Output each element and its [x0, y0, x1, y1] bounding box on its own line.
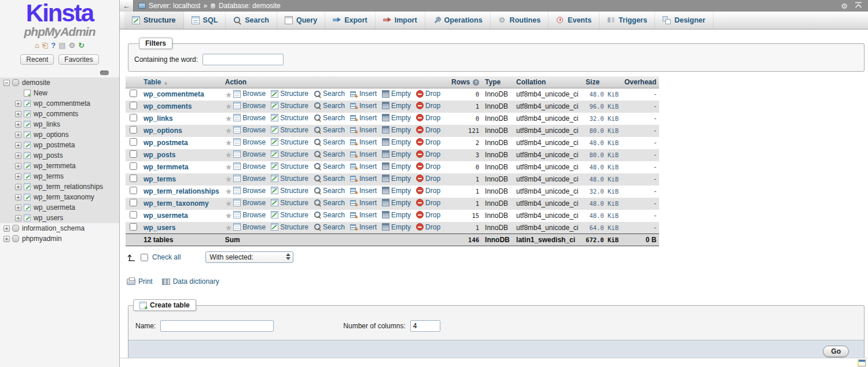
structure-link[interactable]: Structure — [271, 150, 308, 158]
table-name-link[interactable]: wp_links — [144, 114, 173, 123]
search-link[interactable]: Search — [314, 114, 345, 122]
search-link[interactable]: Search — [314, 199, 345, 207]
drop-link[interactable]: Drop — [416, 150, 440, 158]
tree-item-wp_posts[interactable]: +wp_posts — [0, 150, 119, 161]
search-link[interactable]: Search — [314, 223, 345, 231]
insert-link[interactable]: Insert — [350, 102, 377, 110]
insert-link[interactable]: Insert — [350, 187, 377, 195]
row-checkbox[interactable] — [130, 187, 137, 194]
search-link[interactable]: Search — [314, 126, 345, 134]
tab-import[interactable]: Import — [376, 12, 425, 29]
tab-structure[interactable]: Structure — [124, 12, 184, 29]
search-link[interactable]: Search — [314, 187, 345, 195]
tab-query[interactable]: Query — [277, 12, 325, 29]
drop-link[interactable]: Drop — [416, 187, 440, 195]
favorite-star-icon[interactable]: ★ — [225, 90, 233, 99]
search-link[interactable]: Search — [314, 211, 345, 219]
row-checkbox[interactable] — [130, 126, 137, 134]
collapse-icon[interactable]: − — [3, 80, 10, 86]
tab-operations[interactable]: Operations — [425, 12, 491, 29]
favorite-star-icon[interactable]: ★ — [225, 211, 233, 220]
structure-link[interactable]: Structure — [271, 211, 308, 219]
table-name-link[interactable]: wp_comments — [144, 102, 192, 110]
tree-item-wp_usermeta[interactable]: +wp_usermeta — [0, 202, 119, 213]
expand-icon[interactable]: + — [15, 215, 21, 221]
tree-item-wp_terms[interactable]: +wp_terms — [0, 171, 119, 181]
row-checkbox[interactable] — [130, 199, 137, 206]
drop-link[interactable]: Drop — [416, 138, 440, 146]
empty-link[interactable]: Empty — [382, 90, 411, 98]
table-name-link[interactable]: wp_posts — [144, 151, 175, 159]
favorite-star-icon[interactable]: ★ — [225, 175, 233, 184]
table-name-input[interactable] — [160, 320, 274, 332]
insert-link[interactable]: Insert — [350, 114, 377, 122]
tree-item-phpmyadmin[interactable]: +phpmyadmin — [0, 233, 119, 244]
row-checkbox[interactable] — [130, 150, 137, 158]
table-name-link[interactable]: wp_term_relationships — [144, 187, 219, 195]
help-icon[interactable]: ? — [51, 42, 56, 49]
table-name-link[interactable]: wp_options — [144, 127, 182, 135]
browse-link[interactable]: Browse — [233, 138, 266, 146]
browse-link[interactable]: Browse — [233, 211, 266, 219]
empty-link[interactable]: Empty — [382, 150, 411, 158]
check-all-label[interactable]: Check all — [152, 253, 181, 261]
row-checkbox[interactable] — [130, 223, 137, 231]
row-checkbox[interactable] — [130, 175, 137, 182]
containing-word-input[interactable] — [203, 54, 284, 65]
drop-link[interactable]: Drop — [416, 114, 440, 122]
empty-link[interactable]: Empty — [382, 102, 411, 110]
search-link[interactable]: Search — [314, 138, 345, 146]
tree-item-wp_term_relationships[interactable]: +wp_term_relationships — [0, 181, 119, 192]
row-checkbox[interactable] — [130, 90, 137, 97]
expand-icon[interactable]: + — [15, 205, 21, 211]
browse-link[interactable]: Browse — [233, 199, 266, 207]
table-name-link[interactable]: wp_commentmeta — [144, 90, 204, 98]
expand-icon[interactable]: + — [3, 236, 10, 242]
favorite-star-icon[interactable]: ★ — [225, 138, 233, 147]
insert-link[interactable]: Insert — [350, 126, 377, 134]
search-link[interactable]: Search — [314, 90, 345, 98]
empty-link[interactable]: Empty — [382, 211, 411, 219]
table-name-link[interactable]: wp_term_taxonomy — [144, 199, 209, 207]
print-link[interactable]: Print — [127, 277, 153, 286]
expand-icon[interactable]: + — [3, 225, 10, 232]
favorite-star-icon[interactable]: ★ — [225, 199, 233, 208]
insert-link[interactable]: Insert — [350, 90, 377, 98]
expand-icon[interactable]: + — [15, 184, 21, 190]
row-checkbox[interactable] — [130, 162, 137, 170]
panel-collapse-handle[interactable] — [100, 71, 109, 75]
favorites-button[interactable]: Favorites — [58, 54, 98, 65]
empty-link[interactable]: Empty — [382, 138, 411, 146]
insert-link[interactable]: Insert — [350, 199, 377, 207]
structure-link[interactable]: Structure — [271, 162, 308, 170]
drop-link[interactable]: Drop — [416, 102, 440, 110]
tree-item-wp_links[interactable]: +wp_links — [0, 119, 119, 129]
tab-search[interactable]: Search — [226, 12, 277, 29]
empty-link[interactable]: Empty — [382, 187, 411, 195]
empty-link[interactable]: Empty — [382, 114, 411, 122]
browse-link[interactable]: Browse — [233, 90, 266, 98]
tree-item-wp_comments[interactable]: +wp_comments — [0, 109, 119, 119]
drop-link[interactable]: Drop — [416, 162, 440, 170]
structure-link[interactable]: Structure — [271, 102, 308, 110]
expand-icon[interactable]: + — [15, 121, 21, 128]
drop-link[interactable]: Drop — [416, 199, 440, 207]
empty-link[interactable]: Empty — [382, 199, 411, 207]
tab-designer[interactable]: Designer — [655, 12, 713, 29]
row-checkbox[interactable] — [130, 102, 137, 109]
tree-item-New[interactable]: New — [0, 88, 119, 98]
insert-link[interactable]: Insert — [350, 150, 377, 158]
tree-item-demosite[interactable]: −demosite — [0, 77, 119, 88]
structure-link[interactable]: Structure — [271, 114, 308, 122]
browse-link[interactable]: Browse — [233, 223, 266, 231]
expand-icon[interactable]: + — [15, 132, 21, 138]
logout-icon[interactable]: ⎗ — [42, 42, 48, 49]
row-checkbox[interactable] — [130, 211, 137, 218]
search-link[interactable]: Search — [314, 162, 345, 170]
table-name-link[interactable]: wp_users — [144, 224, 175, 232]
tree-item-wp_termmeta[interactable]: +wp_termmeta — [0, 161, 119, 171]
insert-link[interactable]: Insert — [350, 175, 377, 183]
row-checkbox[interactable] — [130, 138, 137, 146]
tree-item-wp_users[interactable]: +wp_users — [0, 213, 119, 223]
table-name-link[interactable]: wp_termmeta — [144, 163, 188, 171]
